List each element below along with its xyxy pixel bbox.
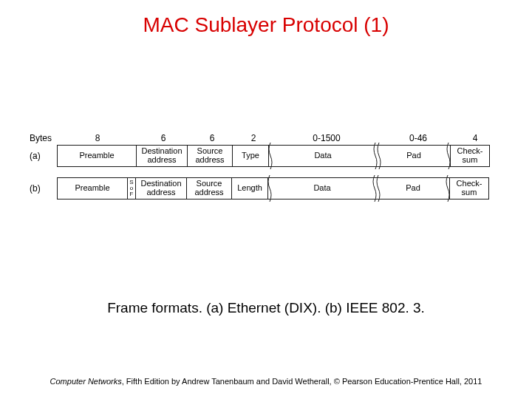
footer-book-title: Computer Networks	[50, 377, 122, 386]
cell-a-pad: Pad	[377, 145, 451, 167]
bytes-col-1: 6	[137, 133, 189, 143]
cell-a-src: Source address	[187, 145, 233, 167]
cell-b-data-text: Data	[313, 184, 330, 193]
cell-b-length: Length	[231, 177, 268, 200]
squiggle-icon	[267, 175, 273, 202]
row-a-label: (a)	[30, 145, 58, 167]
row-b-label: (b)	[30, 177, 58, 200]
bytes-col-2: 6	[189, 133, 235, 143]
figure-caption: Frame formats. (a) Ethernet (DIX). (b) I…	[0, 300, 532, 316]
cell-a-chk: Check-sum	[450, 145, 490, 167]
bytes-col-0: 8	[58, 133, 137, 143]
cell-a-type: Type	[232, 145, 269, 167]
bytes-col-4: 0-1500	[272, 133, 381, 143]
frame-row-b: (b) Preamble S o F Destination address S…	[30, 177, 510, 200]
footer-text: Computer Networks, Fifth Edition by Andr…	[0, 377, 532, 386]
squiggle-icon	[375, 175, 381, 202]
cell-a-dest: Destination address	[136, 145, 188, 167]
bytes-col-3: 2	[235, 133, 272, 143]
cell-b-dest: Destination address	[135, 177, 187, 200]
cell-a-data-text: Data	[314, 151, 331, 160]
cell-a-pad-text: Pad	[406, 151, 421, 160]
cell-b-pad: Pad	[376, 177, 450, 200]
frame-row-a: (a) Preamble Destination address Source …	[30, 145, 510, 167]
cell-b-chk: Check-sum	[449, 177, 489, 200]
cell-b-src: Source address	[186, 177, 232, 200]
cell-b-pad-text: Pad	[406, 184, 420, 193]
squiggle-icon	[376, 143, 382, 169]
bytes-col-6: 4	[455, 133, 495, 143]
bytes-header-row: Bytes 8 6 6 2 0-1500 0-46 4	[30, 133, 510, 143]
page-title: MAC Sublayer Protocol (1)	[0, 13, 532, 37]
squiggle-icon	[445, 175, 451, 202]
bytes-col-5: 0-46	[381, 133, 455, 143]
cell-a-data: Data	[268, 145, 378, 167]
squiggle-icon	[446, 143, 451, 169]
footer-rest: , Fifth Edition by Andrew Tanenbaum and …	[122, 377, 482, 386]
cell-b-preamble: Preamble	[57, 177, 128, 200]
frame-diagram: Bytes 8 6 6 2 0-1500 0-46 4 (a) Preamble…	[30, 133, 510, 210]
cell-b-data: Data	[267, 177, 377, 200]
bytes-label: Bytes	[30, 133, 58, 143]
cell-a-preamble: Preamble	[57, 145, 137, 167]
squiggle-icon	[267, 143, 273, 169]
sof-f: F	[130, 191, 134, 197]
